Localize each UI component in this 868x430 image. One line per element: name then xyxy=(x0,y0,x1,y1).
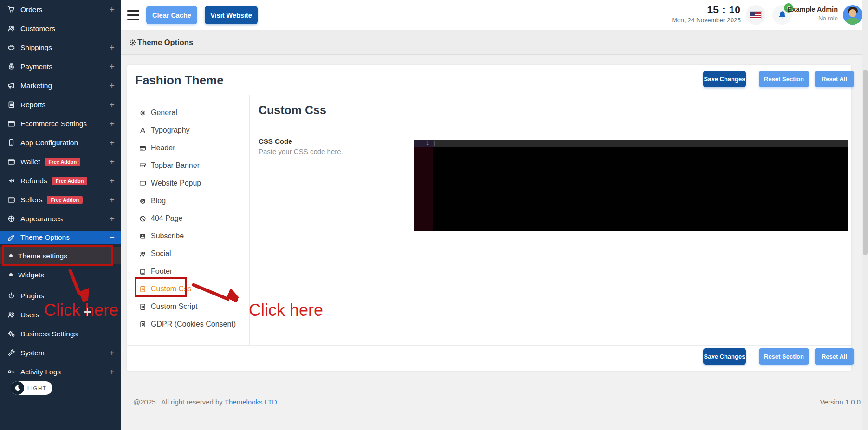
sidebar-item-reports[interactable]: Reports+ xyxy=(0,95,121,114)
menu-item-social[interactable]: Social xyxy=(127,245,249,263)
sidebar-item-customers[interactable]: Customers xyxy=(0,19,121,38)
expand-plus-icon[interactable]: + xyxy=(109,175,115,186)
menu-item-general[interactable]: General xyxy=(127,104,249,122)
menu-item-custom-script[interactable]: Custom Script xyxy=(127,298,249,315)
save-changes-button-bottom[interactable]: Save Changes xyxy=(703,348,746,365)
divider xyxy=(127,95,851,95)
expand-plus-icon[interactable]: + xyxy=(109,194,115,205)
sidebar-item-label: Refunds xyxy=(20,177,47,185)
language-flag-button[interactable] xyxy=(746,5,765,25)
gears-icon xyxy=(7,330,16,338)
sidebar-item-marketing[interactable]: Marketing+ xyxy=(0,76,121,95)
expand-plus-icon[interactable]: + xyxy=(109,61,115,72)
time-text: 15 : 10 xyxy=(657,4,741,15)
menu-item-label: Subscribe xyxy=(151,232,184,240)
version-text: Version 1.0.0 xyxy=(820,398,861,406)
sidebar-item-users[interactable]: Users xyxy=(0,305,121,324)
divider xyxy=(127,345,851,346)
menu-item-footer[interactable]: Footer xyxy=(127,263,249,280)
sidebar-item-business-settings[interactable]: Business Settings xyxy=(0,324,121,343)
user-name: Example Admin xyxy=(784,6,838,13)
expand-plus-icon[interactable]: + xyxy=(109,42,115,53)
expand-plus-icon[interactable]: + xyxy=(109,137,115,148)
report-icon xyxy=(7,101,16,109)
typography-icon xyxy=(139,127,147,134)
menu-item-website-popup[interactable]: Website Popup xyxy=(127,174,249,192)
money-icon xyxy=(7,63,16,71)
sidebar-item-theme-options[interactable]: Theme Options− xyxy=(0,231,121,244)
sidebar-item-label: Sellers xyxy=(20,196,42,204)
expand-plus-icon[interactable]: + xyxy=(109,347,115,358)
sidebar-item-system[interactable]: System+ xyxy=(0,343,121,362)
css-code-editor[interactable]: 1 xyxy=(414,140,848,231)
expand-plus-icon[interactable]: + xyxy=(109,4,115,15)
menu-item-label: Footer xyxy=(151,267,172,276)
scrollbar-thumb[interactable] xyxy=(863,70,868,255)
gear-icon xyxy=(129,39,136,46)
sidebar-item-orders[interactable]: Orders+ xyxy=(0,0,121,19)
menu-item-404-page[interactable]: 404 Page xyxy=(127,210,249,227)
menu-item-label: Social xyxy=(151,250,171,258)
reset-section-button-bottom[interactable]: Reset Section xyxy=(759,348,809,365)
expand-plus-icon[interactable]: + xyxy=(109,156,115,167)
sidebar-item-refunds[interactable]: RefundsFree Addon+ xyxy=(0,171,121,190)
menu-item-custom-css[interactable]: Custom Css xyxy=(127,280,249,298)
expand-plus-icon[interactable]: + xyxy=(109,366,115,377)
expand-plus-icon[interactable]: + xyxy=(109,118,115,129)
user-role: No role xyxy=(784,15,838,22)
sidebar-item-label: Appearances xyxy=(20,215,63,223)
sidebar-item-widgets[interactable]: Widgets xyxy=(0,265,121,284)
breadcrumb: Theme Options xyxy=(121,31,868,55)
reset-all-button-bottom[interactable]: Reset All xyxy=(815,348,854,365)
expand-plus-icon[interactable]: + xyxy=(109,213,115,224)
editor-active-line[interactable] xyxy=(433,140,848,147)
cart-icon xyxy=(7,6,16,14)
sidebar-item-shippings[interactable]: Shippings+ xyxy=(0,38,121,57)
menu-item-subscribe[interactable]: Subscribe xyxy=(127,227,249,245)
menu-item-header[interactable]: Header xyxy=(127,139,249,157)
avatar[interactable] xyxy=(843,5,862,25)
reset-section-button-top[interactable]: Reset Section xyxy=(759,71,809,87)
sidebar-item-appearances[interactable]: Appearances+ xyxy=(0,209,121,228)
page-scrollbar[interactable] xyxy=(862,0,868,430)
menu-item-topbar-banner[interactable]: Topbar Banner xyxy=(127,157,249,174)
free-addon-badge: Free Addon xyxy=(52,177,88,185)
moon-icon xyxy=(11,381,24,395)
sidebar-item-label: System xyxy=(20,349,45,357)
fileshield-icon xyxy=(139,321,147,328)
menu-item-label: General xyxy=(151,109,177,117)
us-flag-icon xyxy=(750,11,762,19)
menu-item-typography[interactable]: Typography xyxy=(127,122,249,139)
theme-mode-toggle[interactable]: LIGHT xyxy=(11,381,52,395)
editor-content-area[interactable] xyxy=(433,147,848,231)
power-icon xyxy=(7,292,16,300)
sidebar-item-app-configuration[interactable]: App Configuration+ xyxy=(0,133,121,152)
hamburger-menu-icon[interactable] xyxy=(127,10,139,20)
themelooks-link[interactable]: Themelooks LTD xyxy=(225,398,277,406)
sidebar-item-plugins[interactable]: Plugins xyxy=(0,286,121,305)
sidebar-item-theme-settings[interactable]: Theme settings xyxy=(0,247,121,264)
sidebar: Orders+CustomersShippings+Payments+Marke… xyxy=(0,0,121,430)
visit-website-button[interactable]: Visit Website xyxy=(205,6,258,24)
free-addon-badge: Free Addon xyxy=(45,158,81,166)
save-changes-button-top[interactable]: Save Changes xyxy=(703,71,746,87)
menu-item-blog[interactable]: Blog xyxy=(127,192,249,210)
sidebar-item-sellers[interactable]: SellersFree Addon+ xyxy=(0,190,121,209)
collapse-minus-icon[interactable]: − xyxy=(109,232,115,243)
user-menu[interactable]: Example Admin No role xyxy=(784,6,838,22)
sidebar-item-activity-logs[interactable]: Activity Logs+ xyxy=(0,362,121,381)
menu-item-label: Topbar Banner xyxy=(151,161,200,170)
expand-plus-icon[interactable]: + xyxy=(109,99,115,110)
sidebar-item-label: Wallet xyxy=(20,158,40,166)
reset-all-button-top[interactable]: Reset All xyxy=(815,71,854,87)
sidebar-item-wallet[interactable]: WalletFree Addon+ xyxy=(0,152,121,171)
sidebar-item-payments[interactable]: Payments+ xyxy=(0,57,121,76)
sidebar-item-label: Customers xyxy=(20,25,55,33)
clear-cache-button[interactable]: Clear Cache xyxy=(146,6,197,24)
menu-item-gdpr-cookies-consent[interactable]: GDPR (Cookies Consent) xyxy=(127,315,249,333)
brush-icon xyxy=(7,233,16,242)
menu-item-label: Custom Css xyxy=(151,285,191,293)
sidebar-item-label: Marketing xyxy=(20,82,52,90)
expand-plus-icon[interactable]: + xyxy=(109,80,115,91)
sidebar-item-ecommerce-settings[interactable]: Ecommerce Settings+ xyxy=(0,114,121,133)
